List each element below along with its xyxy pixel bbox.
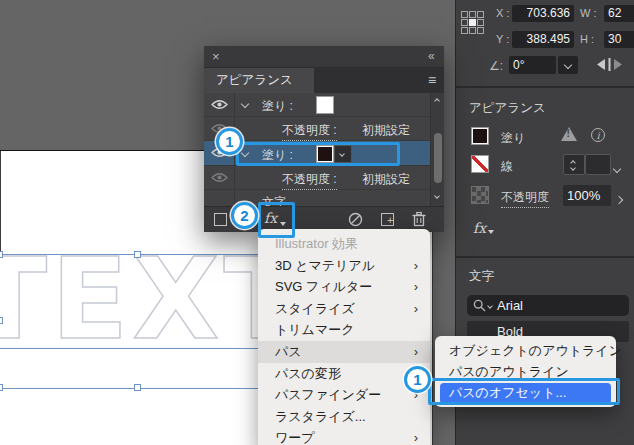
menu-item-path[interactable]: パス›	[258, 341, 430, 363]
tab-appearance[interactable]: アピアランス	[204, 68, 314, 93]
submenu-arrow-icon: ›	[414, 427, 418, 445]
effects-menu: Illustrator 効果 3D とマテリアル› SVG フィルター› スタイ…	[258, 229, 430, 445]
submenu-arrow-icon: ›	[414, 276, 418, 298]
menu-item-warp[interactable]: ワープ›	[258, 427, 430, 445]
row-label: 塗り :	[262, 98, 293, 115]
fill-swatch-white[interactable]	[316, 96, 334, 114]
selection-baseline[interactable]	[0, 348, 276, 349]
scroll-down-icon[interactable]	[434, 193, 440, 199]
annotation-step-circle-2: 2	[231, 202, 258, 229]
opacity-value: 初期設定	[362, 171, 410, 188]
stroke-weight-dropdown[interactable]	[614, 161, 620, 175]
dock-fill-swatch[interactable]	[471, 127, 489, 145]
selection-handle-top-left[interactable]	[0, 251, 3, 258]
y-label: Y :	[496, 33, 509, 45]
section-divider	[456, 256, 634, 258]
panel-titlebar[interactable]: × «	[204, 46, 444, 68]
panel-scrollbar[interactable]	[430, 93, 444, 206]
submenu-arrow-icon: ›	[414, 255, 418, 277]
dock-fill-label: 塗り	[501, 130, 525, 147]
menu-item-pathfinder[interactable]: パスファインダー›	[258, 384, 430, 406]
dock-fx-button[interactable]: fx	[473, 220, 486, 236]
w-label: W :	[580, 7, 597, 19]
font-search-field[interactable]: Arial	[467, 295, 629, 316]
annotation-rect-offset-path	[428, 378, 620, 405]
opacity-expand-arrow[interactable]	[616, 192, 622, 206]
x-input[interactable]: 703.636	[512, 5, 574, 22]
scroll-up-icon[interactable]	[434, 98, 440, 104]
submenu-arrow-icon: ›	[414, 341, 418, 363]
font-query-text: Arial	[497, 298, 523, 313]
appearance-row-opacity-2[interactable]: 不透明度 : 初期設定	[204, 166, 430, 190]
fx-dropdown-triangle-icon	[488, 230, 494, 234]
duplicate-item-icon[interactable]: +	[381, 213, 394, 226]
stroke-weight-input[interactable]	[585, 154, 611, 175]
w-input[interactable]: 62	[604, 5, 634, 22]
illustrator-workspace: TEXT X : 703.636 W : 62 Y : 388.495 H : …	[0, 0, 634, 445]
h-label: H :	[580, 33, 594, 45]
angle-input[interactable]: 0°	[509, 56, 556, 74]
annotation-rect-fx-button	[258, 202, 295, 238]
opacity-link[interactable]: 不透明度 :	[282, 171, 337, 190]
dock-opacity-swatch[interactable]	[471, 186, 489, 204]
dock-character-title: 文字	[469, 268, 494, 285]
h-input[interactable]: 30	[604, 31, 634, 48]
scroll-thumb[interactable]	[434, 133, 442, 183]
x-label: X :	[496, 7, 509, 19]
dock-stroke-label: 線	[501, 158, 513, 175]
opacity-value: 初期設定	[362, 122, 410, 139]
menu-item-trim-marks[interactable]: トリムマーク	[258, 319, 430, 341]
search-scope-chevron-icon	[487, 303, 493, 309]
section-divider	[456, 86, 634, 88]
dock-opacity-value[interactable]: 100%	[563, 185, 611, 206]
submenu-item-outline-object[interactable]: オブジェクトのアウトライン	[435, 341, 616, 362]
annotation-rect-fill-row	[236, 142, 400, 166]
eye-icon-dim[interactable]	[211, 172, 228, 183]
selection-handle-bottom-center[interactable]	[134, 384, 141, 391]
close-icon[interactable]: ×	[212, 49, 220, 64]
dock-opacity-label[interactable]: 不透明度	[501, 189, 549, 208]
stroke-weight-stepper[interactable]	[563, 154, 585, 175]
panel-tab-bar: アピアランス ≡	[204, 68, 444, 93]
flip-horizontal-icon[interactable]	[597, 58, 623, 71]
delete-trash-icon[interactable]	[412, 211, 426, 227]
menu-item-3d-materials[interactable]: 3D とマテリアル›	[258, 255, 430, 277]
panel-menu-icon[interactable]: ≡	[428, 72, 436, 88]
submenu-arrow-icon: ›	[414, 298, 418, 320]
reference-point-icon[interactable]	[461, 11, 484, 34]
selection-handle-top-center[interactable]	[134, 251, 141, 258]
annotation-step-circle-1: 1	[216, 128, 243, 155]
search-icon	[473, 299, 486, 312]
eye-icon[interactable]	[211, 99, 228, 110]
expand-chevron-icon[interactable]	[241, 100, 249, 108]
collapse-panel-icon[interactable]: «	[428, 49, 435, 63]
info-icon[interactable]: i	[591, 128, 605, 142]
add-new-stroke-icon[interactable]	[214, 213, 227, 226]
appearance-row-fill-white[interactable]: 塗り :	[204, 93, 430, 117]
warning-icon[interactable]	[561, 127, 577, 141]
selection-handle-mid-left[interactable]	[0, 317, 3, 324]
angle-dropdown[interactable]	[558, 56, 578, 74]
menu-item-rasterize[interactable]: ラスタライズ...	[258, 406, 430, 428]
opacity-link[interactable]: 不透明度 :	[282, 122, 337, 141]
annotation-step-circle-1b: 1	[404, 366, 431, 393]
menu-item-svg-filters[interactable]: SVG フィルター›	[258, 276, 430, 298]
menu-item-stylize[interactable]: スタイライズ›	[258, 298, 430, 320]
dock-appearance-title: アピアランス	[469, 100, 546, 117]
selection-handle-bottom-left[interactable]	[0, 384, 3, 391]
y-input[interactable]: 388.495	[512, 31, 574, 48]
rotate-angle-icon: ∠:	[489, 59, 503, 73]
clear-appearance-icon[interactable]	[348, 212, 363, 227]
dock-stroke-swatch[interactable]	[471, 155, 489, 173]
